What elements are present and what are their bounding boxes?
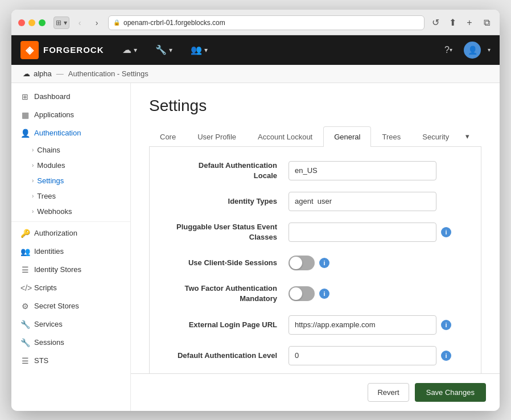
new-tab-button[interactable]: + <box>463 17 476 29</box>
tools-menu-button[interactable]: 🔧 ▾ <box>151 42 177 57</box>
form-row-client-side-sessions: Use Client-Side Sessions i <box>163 253 467 273</box>
help-button[interactable]: ? ▾ <box>440 42 457 59</box>
label-default-auth-locale: Default AuthenticationLocale <box>163 160 289 181</box>
duplicate-button[interactable]: ⧉ <box>480 17 493 29</box>
sts-icon: ☰ <box>20 356 30 365</box>
sidebar-label-dashboard: Dashboard <box>34 92 71 101</box>
user-icon: 👤 <box>468 46 477 55</box>
info-icon-two-factor[interactable]: i <box>319 289 329 299</box>
sidebar-label-chains: Chains <box>37 146 60 154</box>
refresh-button[interactable]: ↺ <box>429 17 442 29</box>
cloud-menu-chevron: ▾ <box>134 46 137 54</box>
sidebar-item-identities[interactable]: 👥 Identities <box>11 242 130 261</box>
form-row-default-auth-level: Default Authentication Level i <box>163 345 467 366</box>
authorization-icon: 🔑 <box>20 229 30 238</box>
info-icon-default-auth-level[interactable]: i <box>441 351 451 361</box>
back-button[interactable]: ‹ <box>73 17 86 29</box>
breadcrumb-separator: — <box>56 69 64 78</box>
cloud-menu-button[interactable]: ☁ ▾ <box>118 42 142 57</box>
realm-icon: ☁ <box>23 69 30 78</box>
sidebar-item-scripts[interactable]: </> Scripts <box>11 279 130 297</box>
browser-actions: ↺ ⬆ + ⧉ <box>429 17 493 29</box>
browser-chrome: ⊞ ▾ ‹ › 🔒 openam-crbrl-01.forgeblocks.co… <box>11 10 500 35</box>
sidebar-item-webhooks[interactable]: › Webhooks <box>11 204 130 219</box>
input-external-login-url[interactable] <box>289 315 436 335</box>
control-two-factor-auth: i <box>289 286 467 301</box>
toggle-client-side-sessions[interactable] <box>289 256 315 270</box>
realm-name: alpha <box>34 69 52 78</box>
revert-button[interactable]: Revert <box>368 383 409 402</box>
input-default-auth-level[interactable] <box>289 346 436 365</box>
settings-chevron: › <box>32 178 34 184</box>
toggle-two-factor-auth[interactable] <box>289 286 315 301</box>
close-button[interactable] <box>18 19 25 26</box>
info-icon-external-login[interactable]: i <box>441 320 451 330</box>
input-identity-types[interactable] <box>289 192 436 211</box>
sidebar-item-applications[interactable]: ▦ Applications <box>11 106 130 124</box>
input-default-auth-locale[interactable] <box>289 161 436 180</box>
trees-chevron: › <box>32 193 34 199</box>
sidebar: ⊞ Dashboard ▦ Applications 👤 Authenticat… <box>11 83 131 411</box>
app-container: ◈ FORGEROCK ☁ ▾ 🔧 ▾ 👥 ▾ ? ▾ � <box>11 35 500 411</box>
control-client-side-sessions: i <box>289 256 467 270</box>
logo-icon: ◈ <box>20 41 39 59</box>
info-icon-client-sessions[interactable]: i <box>319 258 329 268</box>
avatar-chevron: ▾ <box>488 47 491 53</box>
tab-core[interactable]: Core <box>149 126 187 147</box>
sidebar-item-services[interactable]: 🔧 Services <box>11 315 130 333</box>
sidebar-divider-1 <box>11 221 130 222</box>
tab-user-profile[interactable]: User Profile <box>187 126 247 147</box>
sidebar-label-authorization: Authorization <box>34 229 77 237</box>
tab-account-lockout[interactable]: Account Lockout <box>247 126 323 147</box>
sidebar-item-authorization[interactable]: 🔑 Authorization <box>11 224 130 242</box>
sidebar-label-webhooks: Webhooks <box>37 207 72 216</box>
sidebar-item-authentication[interactable]: 👤 Authentication <box>11 124 130 142</box>
sidebar-label-trees: Trees <box>37 192 56 200</box>
label-external-login-url: External Login Page URL <box>163 320 289 330</box>
sidebar-label-settings: Settings <box>37 176 64 185</box>
sidebar-item-sessions[interactable]: 🔧 Sessions <box>11 333 130 352</box>
sidebar-item-identity-stores[interactable]: ☰ Identity Stores <box>11 261 130 279</box>
maximize-button[interactable] <box>39 19 46 26</box>
user-avatar-button[interactable]: 👤 <box>464 42 481 59</box>
sidebar-label-services: Services <box>34 320 63 328</box>
question-icon: ? <box>444 45 450 55</box>
control-default-auth-locale <box>289 161 467 180</box>
sidebar-item-secret-stores[interactable]: ⚙ Secret Stores <box>11 297 130 315</box>
admin-menu-chevron: ▾ <box>204 46 208 54</box>
control-pluggable-user-status: i <box>289 223 467 242</box>
applications-icon: ▦ <box>20 110 30 120</box>
sidebar-item-chains[interactable]: › Chains <box>11 142 130 158</box>
input-pluggable-user-status[interactable] <box>289 223 436 242</box>
tab-more-button[interactable]: ▾ <box>460 126 475 146</box>
minimize-button[interactable] <box>28 19 35 26</box>
tab-general[interactable]: General <box>323 126 371 147</box>
label-identity-types: Identity Types <box>163 196 289 207</box>
identities-icon: 👥 <box>20 247 30 256</box>
tab-trees[interactable]: Trees <box>371 126 411 147</box>
control-identity-types <box>289 192 467 211</box>
save-changes-button[interactable]: Save Changes <box>415 383 486 402</box>
services-icon: 🔧 <box>20 320 30 329</box>
sidebar-item-settings[interactable]: › Settings <box>11 173 130 188</box>
chains-chevron: › <box>32 147 34 153</box>
sidebar-item-dashboard[interactable]: ⊞ Dashboard <box>11 88 130 106</box>
share-button[interactable]: ⬆ <box>446 17 459 29</box>
info-icon-pluggable[interactable]: i <box>441 227 451 237</box>
forward-button[interactable]: › <box>90 17 104 29</box>
label-default-auth-level: Default Authentication Level <box>163 351 289 361</box>
logo-area: ◈ FORGEROCK <box>20 41 104 59</box>
window-controls[interactable]: ⊞ ▾ <box>53 17 69 29</box>
tab-security[interactable]: Security <box>411 126 460 147</box>
address-bar[interactable]: 🔒 openam-crbrl-01.forgeblocks.com <box>108 15 425 30</box>
realm-label[interactable]: ☁ alpha <box>23 69 52 78</box>
sidebar-item-trees[interactable]: › Trees <box>11 188 130 204</box>
top-nav: ◈ FORGEROCK ☁ ▾ 🔧 ▾ 👥 ▾ ? ▾ � <box>11 35 500 65</box>
form-row-pluggable-user-status: Pluggable User Status EventClasses i <box>163 222 467 242</box>
toggle-knob-two-factor <box>290 287 302 300</box>
admin-menu-button[interactable]: 👥 ▾ <box>186 42 212 57</box>
people-icon: 👥 <box>191 44 202 55</box>
sidebar-item-sts[interactable]: ☰ STS <box>11 352 130 370</box>
sidebar-label-secret-stores: Secret Stores <box>34 302 79 310</box>
sidebar-item-modules[interactable]: › Modules <box>11 158 130 173</box>
